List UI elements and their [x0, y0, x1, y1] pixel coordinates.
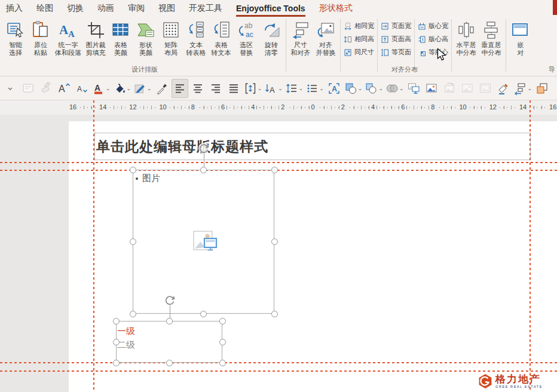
- ribbon-button-嵌对[interactable]: 嵌 对: [509, 19, 532, 57]
- rotate-handle-icon[interactable]: [198, 142, 210, 157]
- toolbar-button-outline-color[interactable]: ⌄: [133, 79, 152, 98]
- selection-handle[interactable]: [271, 167, 278, 173]
- toolbar-button-bullets[interactable]: ⌄: [305, 79, 325, 98]
- toolbar-button-text-direction[interactable]: A⌄: [264, 79, 283, 98]
- ribbon-small-button-column: 相同宽相同高同尺寸: [344, 21, 374, 57]
- menu-tab-绘图[interactable]: 绘图: [36, 0, 53, 17]
- toolbar-button-fill-color[interactable]: ⌄: [112, 79, 132, 98]
- menu-tab-enjoyoffice-tools[interactable]: Enjoyoffice Tools: [236, 0, 305, 17]
- toolbar-button-font-increase[interactable]: A: [56, 79, 72, 98]
- ribbon-button-智能选择[interactable]: 智能 选择: [4, 19, 27, 57]
- selection-handle[interactable]: [200, 167, 207, 173]
- ribbon-button-选区替换[interactable]: abac选区 替换: [234, 19, 258, 57]
- chevron-down-icon[interactable]: ⌄: [399, 85, 404, 91]
- toolbar-button-draw-textbox[interactable]: A: [326, 79, 342, 98]
- toolbar-button-align-left[interactable]: [172, 79, 188, 98]
- ribbon-button-等版心[interactable]: 等版心: [418, 47, 448, 57]
- chevron-down-icon[interactable]: ⌄: [527, 85, 532, 91]
- ribbon-button-等页面[interactable]: 等页面: [381, 47, 411, 57]
- toolbar-button-recolor[interactable]: [495, 79, 512, 98]
- page-width-icon: [381, 22, 389, 30]
- rotate-handle-icon[interactable]: [164, 294, 176, 308]
- chevron-down-icon[interactable]: ⌄: [106, 85, 111, 91]
- ribbon-button-统一字体和段落[interactable]: AA统一字 体和段落: [54, 19, 82, 57]
- selection-handle[interactable]: [130, 311, 136, 317]
- toolbar-button-align-center[interactable]: [189, 79, 206, 98]
- chevron-down-icon[interactable]: ⌄: [258, 85, 262, 91]
- text-direction-icon: A: [264, 82, 277, 95]
- selection-handle[interactable]: [219, 360, 226, 366]
- chevron-down-icon[interactable]: ⌄: [319, 85, 324, 91]
- toolbar-button-shape-fill-circle[interactable]: ⌄: [344, 79, 363, 98]
- selection-handle[interactable]: [271, 311, 278, 317]
- selection-handle[interactable]: [130, 167, 136, 173]
- selection-handle[interactable]: [166, 318, 173, 324]
- menu-tab-审阅[interactable]: 审阅: [128, 0, 145, 17]
- ribbon-button-版心高[interactable]: 版心高: [418, 34, 448, 44]
- ribbon-button-尺寸和对齐[interactable]: 尺寸 和对齐: [289, 19, 313, 57]
- chevron-down-icon[interactable]: ⌄: [378, 85, 383, 91]
- ribbon-small-button-column: 页面宽页面高等页面: [381, 21, 411, 57]
- selection-handle[interactable]: [200, 311, 207, 317]
- chevron-down-icon[interactable]: ⌄: [127, 85, 131, 91]
- toolbar-button-font-color[interactable]: A⌄: [91, 79, 111, 98]
- selection-handle[interactable]: [113, 318, 120, 324]
- selection-handle[interactable]: [166, 360, 173, 366]
- ribbon-button-同尺寸[interactable]: 同尺寸: [344, 47, 374, 57]
- menu-tab-动画[interactable]: 动画: [97, 0, 114, 17]
- menu-tab-形状格式[interactable]: 形状格式: [319, 0, 353, 17]
- selection-handle[interactable]: [219, 318, 226, 324]
- toolbar-button-picture2: [459, 79, 476, 98]
- picture-placeholder-box[interactable]: [133, 170, 274, 314]
- toolbar-button-arrange-align[interactable]: ⌄: [513, 79, 532, 98]
- menu-tab-开发工具[interactable]: 开发工具: [189, 0, 222, 17]
- ribbon-button-页面高[interactable]: 页面高: [381, 34, 411, 44]
- svg-text:A: A: [77, 85, 82, 93]
- toolbar-button-chevron-only[interactable]: [2, 79, 19, 98]
- v-center-dist-icon: [482, 19, 501, 41]
- ribbon-button-旋转清零[interactable]: 旋转 清零: [259, 19, 283, 57]
- toolbar-button-merge-shapes[interactable]: ⌄: [385, 79, 405, 98]
- ribbon-button-版心宽[interactable]: 版心宽: [418, 21, 448, 31]
- ribbon-button-原位粘贴[interactable]: 原位 粘贴: [29, 19, 53, 57]
- font-color-icon: A: [92, 82, 105, 95]
- pane-icon: [22, 82, 35, 95]
- ribbon-button-文本转表格[interactable]: 文本 转表格: [184, 19, 208, 57]
- selection-handle[interactable]: [113, 339, 120, 345]
- menu-tab-切换[interactable]: 切换: [67, 0, 84, 17]
- merge-shapes-icon: [385, 82, 399, 95]
- ribbon-button-图片裁剪填充[interactable]: 图片裁 剪填充: [84, 19, 108, 57]
- h-center-dist-icon: [457, 19, 476, 41]
- toolbar-button-square-circle[interactable]: ⌄: [364, 79, 384, 98]
- selection-handle[interactable]: [113, 360, 120, 366]
- chevron-down-icon[interactable]: ⌄: [358, 85, 363, 91]
- menu-tab-视图[interactable]: 视图: [158, 0, 175, 17]
- selection-handle[interactable]: [271, 238, 278, 245]
- ribbon-button-垂直居中分布[interactable]: 垂直居 中分布: [479, 19, 503, 57]
- menu-tab-插入[interactable]: 插入: [6, 0, 23, 17]
- ribbon-button-相同高[interactable]: 相同高: [344, 34, 374, 44]
- toolbar-button-line-spacing[interactable]: ⌄: [284, 79, 304, 98]
- toolbar-button-font-decrease[interactable]: A: [74, 79, 90, 98]
- chevron-down-icon[interactable]: ⌄: [299, 85, 304, 91]
- ribbon-button-水平居中分布[interactable]: 水平居 中分布: [454, 19, 478, 57]
- toolbar-button-bring-forward[interactable]: [534, 79, 550, 98]
- toolbar-button-align-right[interactable]: [207, 79, 224, 98]
- toolbar-button-autofit[interactable]: ⌄: [243, 79, 263, 98]
- ribbon-button-形状美颜[interactable]: 形状 美颜: [134, 19, 158, 57]
- toolbar-button-align-justify[interactable]: [225, 79, 242, 98]
- selection-handle[interactable]: [219, 339, 226, 345]
- chevron-down-icon[interactable]: ⌄: [147, 85, 152, 91]
- toolbar-button-eyedropper[interactable]: [154, 79, 170, 98]
- ribbon-button-表格转文本[interactable]: 表格 转文本: [209, 19, 233, 57]
- ribbon-button-相同宽[interactable]: 相同宽: [344, 21, 374, 31]
- ribbon-button-页面宽[interactable]: 页面宽: [381, 21, 411, 31]
- ribbon-button-对齐并替换[interactable]: 对齐 并替换: [314, 19, 338, 57]
- toolbar-button-screenshot[interactable]: [405, 79, 422, 98]
- ribbon-button-表格美颜[interactable]: 表格 美颜: [109, 19, 133, 57]
- svg-text:A: A: [270, 85, 275, 94]
- chevron-down-icon[interactable]: ⌄: [278, 85, 283, 91]
- selection-handle[interactable]: [130, 238, 136, 245]
- ribbon-button-矩阵布局[interactable]: 矩阵 布局: [159, 19, 183, 57]
- toolbar-button-picture[interactable]: [423, 79, 440, 98]
